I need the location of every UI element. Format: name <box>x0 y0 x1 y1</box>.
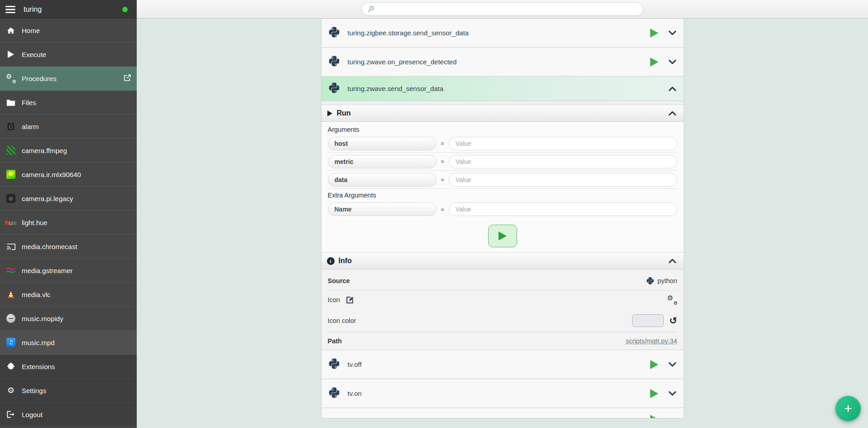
hamburger-menu-icon[interactable] <box>5 5 16 14</box>
chevron-up-icon <box>667 84 677 94</box>
chevron-down-icon <box>667 28 677 38</box>
sidebar-item-execute[interactable]: Execute <box>0 43 137 67</box>
sidebar-item-media-chromecast[interactable]: media.chromecast <box>0 235 137 259</box>
path-link[interactable]: scripts/mqtt.py:34 <box>626 337 677 345</box>
mpd-logo-icon <box>5 337 17 348</box>
procedures-page: turing.zigbee.storage.send_sensor_data t… <box>137 19 868 428</box>
extra-argument-value-input[interactable] <box>449 202 677 216</box>
icon-label: Icon <box>328 296 340 303</box>
python-icon <box>647 277 654 285</box>
icon-color-swatch[interactable] <box>632 314 664 327</box>
ffmpeg-icon <box>5 145 17 156</box>
equals-sign: = <box>441 206 445 213</box>
home-icon <box>5 25 17 36</box>
equals-sign: = <box>441 176 445 183</box>
vlc-cone-icon <box>5 289 17 300</box>
source-label: Source <box>328 277 350 284</box>
argument-name-input[interactable] <box>328 137 436 150</box>
execute-procedure-button[interactable] <box>488 225 517 247</box>
argument-name-input[interactable] <box>328 173 436 187</box>
run-procedure-button[interactable] <box>648 414 660 418</box>
sidebar-item-extensions[interactable]: Extensions <box>0 355 137 379</box>
python-icon <box>329 82 340 96</box>
search-input[interactable] <box>379 3 638 15</box>
chevron-down-icon <box>667 414 677 418</box>
procedure-row-selected[interactable]: turing.zwave.send_sensor_data <box>321 77 684 101</box>
procedure-detail: Run Arguments = = <box>321 101 684 350</box>
chevron-up-icon <box>667 256 677 266</box>
run-section-header[interactable]: Run <box>321 105 684 122</box>
extra-argument-row: = <box>328 200 677 218</box>
main-area: turing.zigbee.storage.send_sensor_data t… <box>137 0 868 428</box>
sidebar-item-alarm[interactable]: alarm <box>0 115 137 139</box>
hue-logo-icon: hue <box>5 217 17 228</box>
path-label: Path <box>328 337 342 345</box>
sidebar-item-light-hue[interactable]: hue light.hue <box>0 211 137 235</box>
run-procedure-button[interactable] <box>648 359 660 370</box>
run-procedure-button[interactable] <box>648 27 660 39</box>
argument-value-input[interactable] <box>449 173 677 187</box>
extra-argument-name-input[interactable] <box>328 202 436 216</box>
run-procedure-button[interactable] <box>648 388 660 399</box>
icon-color-label: Icon color <box>328 317 356 324</box>
procedure-row[interactable]: tv.on <box>321 379 684 408</box>
procedure-row-partial[interactable] <box>321 408 684 418</box>
sidebar-item-media-gstreamer[interactable]: media.gstreamer <box>0 259 137 283</box>
sidebar-item-camera-ir-mlx90640[interactable]: camera.ir.mlx90640 <box>0 163 137 187</box>
gears-icon: ⚙⚙ <box>5 73 17 84</box>
info-section-body: Source python Icon ⚙⚙ Icon color <box>321 269 684 350</box>
procedure-row[interactable]: tv.off <box>321 350 684 379</box>
gstreamer-icon <box>5 265 17 276</box>
status-dot <box>122 7 128 12</box>
argument-value-input[interactable] <box>449 137 677 150</box>
search-icon <box>367 5 375 13</box>
pi-camera-icon <box>5 193 17 204</box>
argument-value-input[interactable] <box>449 155 677 168</box>
external-link-icon[interactable] <box>123 74 131 83</box>
puzzle-icon <box>5 361 17 372</box>
run-section-body: Arguments = = = <box>321 122 684 252</box>
run-procedure-button[interactable] <box>648 56 660 68</box>
procedure-row[interactable]: turing.zigbee.storage.send_sensor_data <box>321 19 684 48</box>
equals-sign: = <box>441 140 445 147</box>
search-bar <box>361 2 643 16</box>
sidebar-item-camera-ffmpeg[interactable]: camera.ffmpeg <box>0 139 137 163</box>
procedure-name: turing.zwave.on_presence_detected <box>348 58 457 66</box>
sidebar-item-logout[interactable]: Logout <box>0 403 137 427</box>
sidebar-item-camera-pi-legacy[interactable]: camera.pi.legacy <box>0 187 137 211</box>
chevron-up-icon <box>667 108 677 118</box>
logout-icon <box>5 409 17 420</box>
procedures-list: turing.zigbee.storage.send_sensor_data t… <box>321 19 684 418</box>
sidebar-item-home[interactable]: Home <box>0 19 137 43</box>
add-procedure-fab[interactable]: + <box>835 396 861 421</box>
play-icon <box>5 49 17 60</box>
icon-color-row: Icon color ↺ <box>328 309 677 332</box>
top-header <box>137 0 868 19</box>
procedure-name: tv.off <box>348 361 362 368</box>
icon-row: Icon ⚙⚙ <box>328 290 677 309</box>
sidebar-item-music-mopidy[interactable]: music.mopidy <box>0 307 137 331</box>
chevron-down-icon <box>667 57 677 67</box>
sidebar-item-settings[interactable]: ⚙ Settings <box>0 379 137 403</box>
reset-color-icon[interactable]: ↺ <box>669 316 677 326</box>
procedure-name: tv.on <box>348 390 362 397</box>
folder-icon <box>5 97 17 108</box>
mopidy-logo-icon <box>5 313 17 324</box>
sidebar-item-procedures[interactable]: ⚙⚙ Procedures <box>0 67 137 91</box>
sidebar-item-music-mpd[interactable]: music.mpd <box>0 331 137 355</box>
argument-name-input[interactable] <box>328 155 436 168</box>
sidebar: turing Home Execute ⚙⚙ Procedures Files … <box>0 0 137 428</box>
source-value: python <box>657 277 677 284</box>
run-play-icon <box>498 231 508 241</box>
edit-icon[interactable] <box>345 296 354 304</box>
procedure-name: turing.zigbee.storage.send_sensor_data <box>348 29 469 37</box>
sidebar-item-files[interactable]: Files <box>0 91 137 115</box>
procedure-row[interactable]: turing.zwave.on_presence_detected <box>321 48 684 77</box>
thermal-camera-icon <box>5 169 17 180</box>
argument-row: = <box>328 135 677 153</box>
sidebar-header: turing <box>0 0 137 19</box>
info-section-header[interactable]: Info <box>321 252 684 269</box>
argument-row: = <box>328 153 677 171</box>
python-icon <box>329 358 340 371</box>
sidebar-item-media-vlc[interactable]: media.vlc <box>0 283 137 307</box>
